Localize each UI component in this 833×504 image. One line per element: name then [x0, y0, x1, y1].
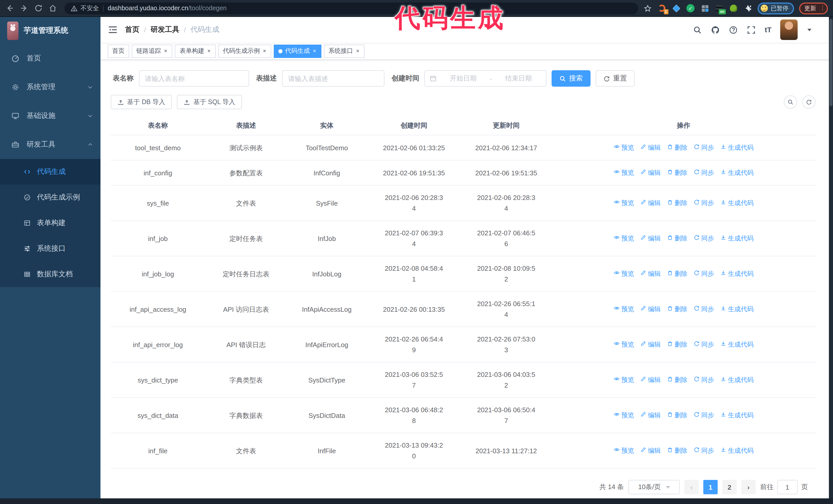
extension-gem-icon[interactable]	[672, 4, 681, 13]
action-同步[interactable]: 同步	[694, 304, 714, 315]
action-生成代码[interactable]: 生成代码	[720, 446, 754, 456]
sidebar-subitem-表单构建[interactable]: 表单构建	[0, 210, 100, 236]
action-预览[interactable]: 预览	[614, 168, 634, 178]
action-编辑[interactable]: 编辑	[640, 339, 661, 350]
action-生成代码[interactable]: 生成代码	[720, 269, 754, 280]
browser-back-icon[interactable]	[5, 4, 14, 13]
search-icon[interactable]	[693, 25, 702, 34]
start-date-placeholder[interactable]: 开始日期	[441, 74, 486, 83]
sidebar-item-首页[interactable]: 首页	[0, 44, 100, 73]
extensions-puzzle-icon[interactable]	[743, 4, 752, 13]
end-date-placeholder[interactable]: 结束日期	[496, 74, 541, 83]
browser-reload-icon[interactable]	[34, 4, 43, 13]
action-删除[interactable]: 删除	[667, 233, 687, 244]
sidebar-subitem-代码生成[interactable]: 代码生成	[0, 159, 100, 185]
search-button[interactable]: 搜索	[552, 70, 591, 87]
tab-代码生成[interactable]: 代码生成 ×	[274, 44, 322, 58]
create-time-range-picker[interactable]: 开始日期 - 结束日期	[425, 70, 546, 87]
extension-rss-icon[interactable]: 1	[658, 4, 666, 13]
browser-profile-chip[interactable]: 已暂停	[757, 2, 794, 14]
page-size-select[interactable]: 10条/页	[628, 480, 680, 494]
action-删除[interactable]: 删除	[667, 168, 687, 178]
scrollbar-thumb[interactable]	[829, 19, 832, 106]
tab-close-icon[interactable]: ×	[164, 48, 168, 54]
goto-page-input[interactable]	[777, 480, 798, 494]
hide-search-button[interactable]	[784, 95, 797, 109]
action-编辑[interactable]: 编辑	[640, 198, 661, 209]
refresh-table-button[interactable]	[802, 95, 815, 109]
action-同步[interactable]: 同步	[694, 410, 714, 421]
action-删除[interactable]: 删除	[667, 375, 687, 386]
address-bar[interactable]: 不安全 dashboard.yudao.iocoder.cn/tool/code…	[65, 2, 638, 14]
tab-表单构建[interactable]: 表单构建 ×	[175, 44, 216, 58]
browser-update-button[interactable]: 更新 ⋮	[799, 2, 828, 14]
github-icon[interactable]	[711, 25, 720, 34]
tab-close-icon[interactable]: ×	[356, 48, 360, 54]
tab-close-icon[interactable]: ×	[207, 48, 211, 54]
action-同步[interactable]: 同步	[694, 198, 714, 209]
action-预览[interactable]: 预览	[614, 446, 634, 456]
action-预览[interactable]: 预览	[614, 198, 634, 209]
breadcrumb-devtools[interactable]: 研发工具	[151, 25, 180, 34]
page-scrollbar[interactable]	[829, 17, 833, 498]
action-同步[interactable]: 同步	[694, 446, 714, 456]
sidebar-subitem-代码生成示例[interactable]: 代码生成示例	[0, 185, 100, 210]
sidebar-item-系统管理[interactable]: 系统管理	[0, 73, 100, 101]
action-编辑[interactable]: 编辑	[640, 143, 661, 153]
action-删除[interactable]: 删除	[667, 304, 687, 315]
action-删除[interactable]: 删除	[667, 143, 687, 153]
reset-button[interactable]: 重置	[596, 70, 635, 87]
action-预览[interactable]: 预览	[614, 143, 634, 153]
table-desc-input[interactable]	[282, 70, 384, 87]
action-删除[interactable]: 删除	[667, 446, 687, 456]
action-生成代码[interactable]: 生成代码	[720, 168, 754, 178]
action-生成代码[interactable]: 生成代码	[720, 304, 754, 315]
action-生成代码[interactable]: 生成代码	[720, 198, 754, 209]
action-编辑[interactable]: 编辑	[640, 233, 661, 244]
action-同步[interactable]: 同步	[694, 168, 714, 178]
extension-key-icon[interactable]	[729, 4, 738, 13]
action-同步[interactable]: 同步	[694, 375, 714, 386]
next-page-button[interactable]: ›	[741, 480, 756, 494]
action-删除[interactable]: 删除	[667, 269, 687, 280]
action-编辑[interactable]: 编辑	[640, 446, 661, 456]
action-编辑[interactable]: 编辑	[640, 304, 661, 315]
action-预览[interactable]: 预览	[614, 269, 634, 280]
extension-switch-icon[interactable]: on	[715, 4, 723, 13]
tab-代码生成示例[interactable]: 代码生成示例 ×	[218, 44, 271, 58]
sidebar-item-基础设施[interactable]: 基础设施	[0, 101, 100, 130]
action-同步[interactable]: 同步	[694, 269, 714, 280]
bookmark-star-icon[interactable]	[643, 4, 652, 13]
action-同步[interactable]: 同步	[694, 143, 714, 153]
action-预览[interactable]: 预览	[614, 375, 634, 386]
prev-page-button[interactable]: ‹	[684, 480, 699, 494]
action-编辑[interactable]: 编辑	[640, 168, 661, 178]
user-avatar[interactable]	[780, 20, 798, 40]
sidebar-subitem-系统接口[interactable]: 系统接口	[0, 236, 100, 262]
sidebar-subitem-数据库文档[interactable]: 数据库文档	[0, 262, 100, 287]
tab-链路追踪[interactable]: 链路追踪 ×	[132, 44, 172, 58]
tab-close-icon[interactable]: ×	[312, 48, 317, 54]
page-button-1[interactable]: 1	[703, 480, 718, 494]
extension-grid-icon[interactable]	[700, 4, 709, 13]
browser-menu-dots-icon[interactable]: ⋮	[820, 7, 823, 9]
tab-首页[interactable]: 首页	[108, 44, 129, 58]
browser-home-icon[interactable]	[48, 4, 57, 13]
action-同步[interactable]: 同步	[694, 339, 714, 350]
action-生成代码[interactable]: 生成代码	[720, 375, 754, 386]
import-db-button[interactable]: 基于 DB 导入	[111, 95, 172, 109]
action-预览[interactable]: 预览	[614, 410, 634, 421]
action-编辑[interactable]: 编辑	[640, 410, 661, 421]
sidebar-item-研发工具[interactable]: 研发工具	[0, 130, 100, 159]
font-size-icon[interactable]: tT	[765, 26, 771, 34]
action-预览[interactable]: 预览	[614, 233, 634, 244]
action-生成代码[interactable]: 生成代码	[720, 339, 754, 350]
browser-forward-icon[interactable]	[20, 4, 29, 13]
action-生成代码[interactable]: 生成代码	[720, 410, 754, 421]
fullscreen-icon[interactable]	[747, 25, 756, 34]
action-删除[interactable]: 删除	[667, 410, 687, 421]
sidebar-collapse-icon[interactable]	[108, 25, 118, 35]
action-删除[interactable]: 删除	[667, 339, 687, 350]
action-同步[interactable]: 同步	[694, 233, 714, 244]
action-生成代码[interactable]: 生成代码	[720, 143, 754, 153]
